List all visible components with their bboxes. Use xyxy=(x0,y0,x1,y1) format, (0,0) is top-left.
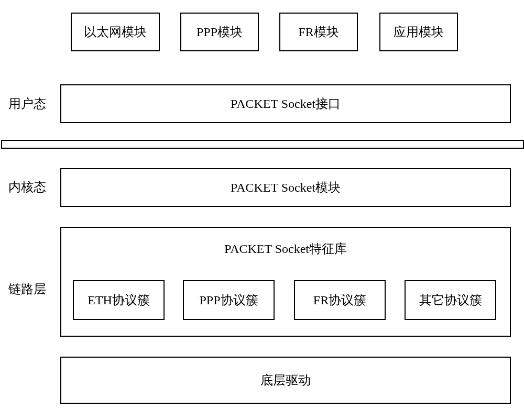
ppp-module-label: PPP模块 xyxy=(196,24,243,40)
other-protocol-cluster-label: 其它协议簇 xyxy=(419,292,482,308)
packet-socket-module-box: PACKET Socket模块 xyxy=(60,168,511,207)
fr-module-label: FR模块 xyxy=(298,24,339,40)
mode-divider xyxy=(1,140,524,149)
eth-protocol-cluster-box: ETH协议簇 xyxy=(73,280,165,320)
ppp-module-box: PPP模块 xyxy=(180,13,259,51)
packet-socket-module-label: PACKET Socket模块 xyxy=(231,179,341,196)
ethernet-module-label: 以太网模块 xyxy=(84,24,147,40)
user-mode-label: 用户态 xyxy=(1,96,53,112)
kernel-mode-label: 内核态 xyxy=(1,179,53,195)
ppp-protocol-cluster-label: PPP协议簇 xyxy=(199,292,258,308)
other-protocol-cluster-box: 其它协议簇 xyxy=(405,280,496,320)
packet-socket-interface-label: PACKET Socket接口 xyxy=(231,95,341,112)
app-module-label: 应用模块 xyxy=(394,24,444,40)
fr-protocol-cluster-label: FR协议簇 xyxy=(313,292,366,308)
bottom-driver-box: 底层驱动 xyxy=(60,357,511,404)
packet-socket-feature-lib-label: PACKET Socket特征库 xyxy=(61,240,510,257)
ethernet-module-box: 以太网模块 xyxy=(71,13,160,51)
fr-module-box: FR模块 xyxy=(279,13,358,51)
fr-protocol-cluster-box: FR协议簇 xyxy=(294,280,386,320)
architecture-diagram: 以太网模块 PPP模块 FR模块 应用模块 用户态 PACKET Socket接… xyxy=(0,0,524,420)
packet-socket-interface-box: PACKET Socket接口 xyxy=(60,84,511,123)
app-module-box: 应用模块 xyxy=(379,13,458,51)
eth-protocol-cluster-label: ETH协议簇 xyxy=(88,292,150,308)
packet-socket-feature-lib-box: PACKET Socket特征库 ETH协议簇 PPP协议簇 FR协议簇 其它协… xyxy=(60,227,511,337)
ppp-protocol-cluster-box: PPP协议簇 xyxy=(183,280,275,320)
bottom-driver-label: 底层驱动 xyxy=(260,372,311,389)
link-layer-label: 链路层 xyxy=(1,281,53,297)
